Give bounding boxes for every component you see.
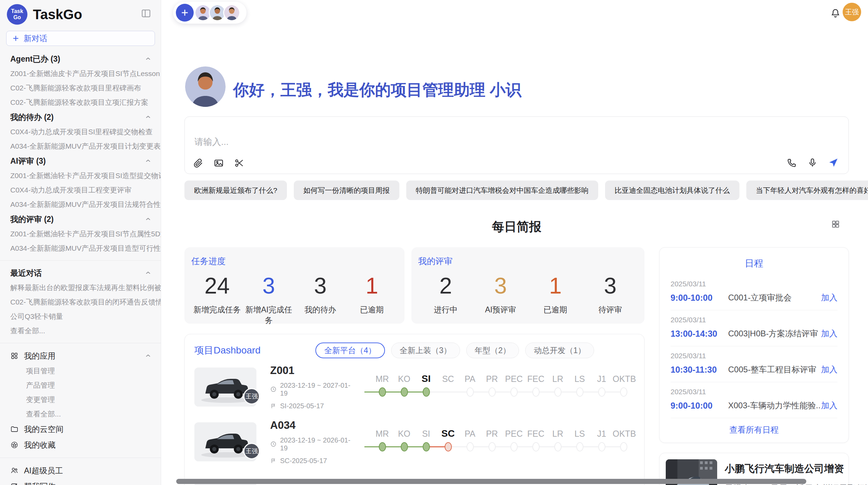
sidebar-item-write-helper[interactable]: 帮我写作	[0, 478, 161, 485]
microphone-icon[interactable]	[807, 158, 818, 168]
milestone-dot-MR	[379, 442, 386, 451]
app-item-product[interactable]: 产品管理	[0, 378, 161, 393]
suggestion-chip[interactable]: 如何写一份清晰的项目周报	[294, 181, 399, 200]
milestone-dot-PEC	[510, 442, 518, 451]
project-row[interactable]: 王强 A034 2023-12-19 ~ 2026-01-19 SC-2025-…	[194, 416, 635, 468]
layout-grid-icon[interactable]	[831, 220, 840, 229]
suggestion-chip[interactable]: 特朗普可能对进口汽车增税会对中国车企造成哪些影响	[406, 181, 598, 200]
horizontal-scrollbar[interactable]	[176, 479, 806, 484]
sidebar-item-ai-employee[interactable]: AI超级员工	[0, 463, 161, 478]
session-pill	[173, 2, 246, 24]
chat-input[interactable]	[194, 136, 674, 157]
clock-icon	[270, 441, 277, 447]
paperclip-icon[interactable]	[193, 158, 203, 168]
milestone-dot-LS	[576, 387, 583, 397]
scissors-icon[interactable]	[234, 158, 244, 168]
divider	[0, 458, 161, 458]
milestone-dot-LS	[576, 442, 583, 451]
app-logo: Task Go	[7, 4, 27, 25]
section-title: 我的待办 (2)	[10, 112, 54, 123]
list-item[interactable]: 公司Q3轻卡销量	[0, 309, 161, 324]
milestone-dot-OKTB	[620, 442, 627, 451]
suggestion-chip[interactable]: 欧洲新规最近颁布了什么?	[184, 181, 287, 200]
add-session-button[interactable]	[176, 4, 194, 22]
my-review-card: 我的评审 2进行中 3AI预评审 1已逾期 3待评审	[411, 247, 644, 324]
news-title: 小鹏飞行汽车制造公司增资	[725, 462, 868, 476]
milestone-dot-LR	[554, 442, 562, 451]
schedule-item: 2025/03/11 9:00-10:00 C001-立项审批会 加入	[671, 274, 837, 310]
chevron-up-icon	[144, 55, 152, 63]
sidebar-item-my-apps[interactable]: 我的应用	[0, 348, 161, 364]
sidebar-item-cloud-space[interactable]: 我的云空间	[0, 421, 161, 437]
list-item[interactable]: A034-全新新能源MUV产品开发项目法规符合性评审	[0, 197, 161, 212]
image-icon[interactable]	[214, 158, 224, 168]
milestone-dot-PA	[467, 387, 474, 397]
project-code: Z001	[270, 364, 352, 377]
section-title: 最近对话	[10, 268, 42, 278]
sidebar-item-favorites[interactable]: 我的收藏	[0, 437, 161, 453]
project-dates: 2023-12-19 ~ 2027-01-19	[280, 382, 352, 397]
sidebar-collapse-icon[interactable]	[141, 8, 151, 18]
section-agent-done[interactable]: Agent已办 (3)	[0, 51, 161, 66]
card-title: 我的评审	[418, 256, 638, 267]
tab-year-model[interactable]: 年型（2）	[466, 343, 519, 358]
project-row[interactable]: 王强 Z001 2023-12-19 ~ 2027-01-19 SI-2025-…	[194, 361, 635, 413]
list-item[interactable]: Z001-全新燃油轻卡产品开发项目SI造型提交物评审	[0, 169, 161, 183]
section-ai-review[interactable]: AI评审 (3)	[0, 153, 161, 169]
tab-powertrain[interactable]: 动总开发（1）	[525, 343, 594, 358]
suggestion-chip[interactable]: 当下年轻人对汽车外观有怎样的喜好趋势	[746, 181, 868, 200]
schedule-time: 10:30-11:30	[671, 365, 728, 375]
write-icon	[10, 482, 19, 485]
list-item[interactable]: Z001-全新燃油轻卡产品开发项目SI节点属性5D文件评审	[0, 227, 161, 241]
schedule-item: 2025/03/11 13:00-14:30 C003|H0B-方案冻结评审 加…	[671, 310, 837, 346]
milestone-dot-FEC	[532, 387, 540, 397]
join-link[interactable]: 加入	[821, 400, 837, 411]
section-recent-chats[interactable]: 最近对话	[0, 265, 161, 281]
phone-icon[interactable]	[787, 158, 797, 168]
schedule-card: 日程 2025/03/11 9:00-10:00 C001-立项审批会 加入 2…	[659, 247, 849, 443]
view-all-chats[interactable]: 查看全部...	[0, 324, 161, 338]
greeting-text: 你好，王强，我是你的项目管理助理 小识	[233, 79, 521, 101]
app-item-project[interactable]: 项目管理	[0, 364, 161, 378]
chevron-up-icon	[144, 113, 152, 121]
divider	[0, 343, 161, 343]
list-item[interactable]: C0X4-动力总成开发项目SI里程碑提交物检查	[0, 125, 161, 139]
schedule-date: 2025/03/11	[671, 316, 837, 324]
dashboard-tabs: 全新平台（4） 全新上装（3） 年型（2） 动总开发（1）	[315, 343, 594, 358]
list-item[interactable]: Z001-全新燃油皮卡产品开发项目SI节点Lesson Learn报告	[0, 66, 161, 81]
milestone-track: MRKOSISCPAPRPECFECLRLSJ1OKTB	[371, 428, 635, 456]
milestone-dot-PR	[489, 442, 496, 451]
join-link[interactable]: 加入	[821, 292, 837, 303]
list-item[interactable]: C02-飞腾新能源轻客改款项目立项汇报方案	[0, 95, 161, 110]
list-item[interactable]: C02-飞腾新能源轻客改款项目里程碑画布	[0, 81, 161, 95]
schedule-item: 2025/03/11 10:30-11:30 C005-整车工程目标评审 加入	[671, 346, 837, 382]
list-item[interactable]: C0X4-动力总成开发项目工程变更评审	[0, 183, 161, 197]
sidebar-item-label: 帮我写作	[24, 481, 56, 485]
new-chat-button[interactable]: 新对话	[6, 31, 155, 46]
tab-new-platform[interactable]: 全新平台（4）	[315, 343, 385, 358]
project-info: A034 2023-12-19 ~ 2026-01-19 SC-2025-05-…	[270, 419, 352, 465]
send-icon[interactable]	[828, 157, 839, 168]
list-item[interactable]: A034-全新新能源MUV产品开发项目造型可行性评审	[0, 241, 161, 256]
join-link[interactable]: 加入	[821, 364, 837, 375]
stat: 24新增完成任务	[191, 273, 243, 326]
section-my-review[interactable]: 我的评审 (2)	[0, 212, 161, 227]
list-item[interactable]: C02-飞腾新能源轻客改款项目的闭环通告反馈情况	[0, 295, 161, 309]
star-badge-icon	[10, 441, 19, 449]
section-my-todo[interactable]: 我的待办 (2)	[0, 110, 161, 125]
suggestion-chip[interactable]: 比亚迪全固态电池计划具体说了什么	[605, 181, 739, 200]
join-link[interactable]: 加入	[821, 328, 837, 339]
avatar[interactable]	[223, 4, 240, 21]
view-all-schedule-link[interactable]: 查看所有日程	[671, 424, 837, 435]
app-item-change[interactable]: 变更管理	[0, 393, 161, 407]
stat: 1已逾期	[346, 273, 398, 326]
list-item[interactable]: 解释最新出台的欧盟报废车法规再生塑料比例被调至15%...	[0, 281, 161, 295]
view-all-apps[interactable]: 查看全部...	[0, 407, 161, 421]
project-flag-date: SC-2025-05-17	[280, 457, 327, 465]
sidebar-item-label: 我的云空间	[24, 424, 63, 435]
project-info: Z001 2023-12-19 ~ 2027-01-19 SI-2025-05-…	[270, 364, 352, 410]
tab-new-body[interactable]: 全新上装（3）	[391, 343, 460, 358]
stat: 3待评审	[583, 273, 638, 315]
list-item[interactable]: A034-全新新能源MUV产品开发项目计划变更表编写	[0, 139, 161, 153]
schedule-time: 9:00-10:00	[671, 293, 728, 303]
